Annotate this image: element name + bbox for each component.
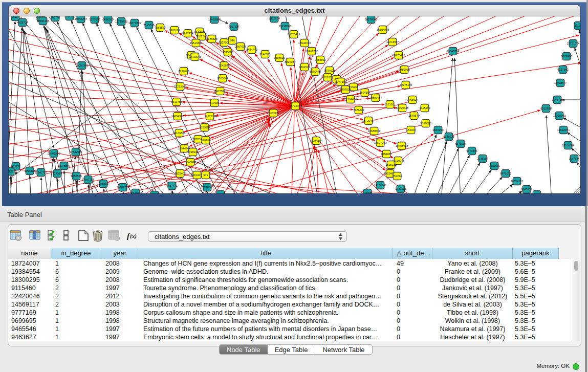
svg-text:17957255: 17957255 [82,178,94,181]
svg-text:13716485: 13716485 [201,186,213,189]
svg-text:29053346: 29053346 [76,64,88,67]
svg-text:2935114: 2935114 [477,157,488,160]
svg-text:417006: 417006 [210,101,219,104]
svg-text:15751074: 15751074 [567,42,579,45]
svg-text:10654112: 10654112 [511,180,523,183]
svg-text:12923448: 12923448 [129,191,142,193]
svg-text:16210643: 16210643 [553,114,565,117]
svg-text:9242845: 9242845 [219,64,229,67]
svg-text:9227342: 9227342 [557,68,568,71]
svg-text:22420046: 22420046 [189,55,201,58]
svg-text:1615132: 1615132 [385,163,396,166]
svg-text:10958107: 10958107 [97,182,110,185]
svg-text:18807249: 18807249 [374,141,386,144]
svg-text:9474444: 9474444 [466,149,477,152]
svg-text:19166825: 19166825 [173,132,185,135]
svg-text:9245652: 9245652 [521,188,532,191]
svg-text:10688609: 10688609 [368,129,380,133]
svg-text:19302973: 19302973 [267,112,279,115]
svg-text:9327546: 9327546 [196,35,207,38]
svg-text:9463627: 9463627 [407,98,418,101]
svg-text:10973493: 10973493 [393,54,405,57]
svg-text:16648784: 16648784 [447,50,459,53]
svg-text:12213369: 12213369 [174,85,186,88]
svg-text:12093877: 12093877 [554,81,567,84]
svg-text:15720407: 15720407 [362,119,375,122]
svg-text:16671355: 16671355 [128,21,141,25]
svg-text:1549579: 1549579 [408,114,419,117]
svg-text:7986322: 7986322 [353,108,364,112]
svg-text:1610755: 1610755 [171,100,182,103]
svg-text:1156829: 1156829 [24,169,35,172]
svg-text:1097763: 1097763 [64,16,75,18]
svg-text:6497508: 6497508 [340,88,351,91]
svg-text:12213967: 12213967 [386,40,399,43]
svg-text:6679197: 6679197 [455,142,466,145]
svg-text:391511: 391511 [9,170,15,173]
svg-text:1350515: 1350515 [71,174,81,178]
svg-text:11123: 11123 [575,24,580,27]
svg-text:8471676: 8471676 [500,172,511,175]
svg-text:979: 979 [203,173,208,177]
svg-text:20691406: 20691406 [37,19,49,23]
svg-text:62160: 62160 [386,103,394,106]
svg-text:13640910: 13640910 [298,41,311,45]
svg-text:7632621: 7632621 [489,164,499,167]
svg-text:184923: 184923 [406,128,416,132]
svg-text:14136141: 14136141 [374,184,386,187]
svg-text:9115460: 9115460 [419,106,430,110]
svg-text:10025438: 10025438 [396,106,408,110]
svg-text:16154808: 16154808 [377,28,389,31]
svg-text:18724007: 18724007 [289,104,301,107]
svg-text:19756928: 19756928 [396,144,408,147]
svg-text:114519: 114519 [53,172,62,175]
svg-text:9794028: 9794028 [324,69,335,72]
svg-text:8990448: 8990448 [310,70,320,73]
svg-text:9777169: 9777169 [335,80,346,83]
svg-text:1588520: 1588520 [274,56,285,59]
svg-text:10719155: 10719155 [115,20,127,23]
svg-text:326702: 326702 [201,139,210,142]
svg-text:12942737: 12942737 [35,171,47,174]
svg-text:9146821: 9146821 [259,53,270,56]
svg-text:19218506: 19218506 [279,25,291,28]
svg-text:17339934: 17339934 [70,150,82,154]
svg-text:21364436: 21364436 [344,98,357,101]
svg-text:1244415: 1244415 [552,98,562,101]
svg-text:5938923: 5938923 [443,135,454,138]
svg-text:13325419: 13325419 [288,33,300,36]
svg-text:1733426: 1733426 [395,187,406,190]
svg-text:1562615: 1562615 [299,65,310,69]
svg-text:171645: 171645 [363,191,372,193]
svg-text:10961758: 10961758 [306,50,318,53]
svg-text:546: 546 [230,39,234,42]
svg-text:16033809: 16033809 [208,18,221,21]
svg-text:4055724: 4055724 [17,21,28,24]
svg-text:7357224: 7357224 [228,25,239,28]
svg-text:924565: 924565 [532,193,541,193]
svg-text:9457771: 9457771 [166,184,177,187]
svg-text:10653267: 10653267 [75,17,87,20]
svg-text:1527602: 1527602 [89,18,100,21]
svg-text:8454749: 8454749 [246,48,257,51]
svg-text:8813054: 8813054 [269,17,279,20]
svg-text:1167534: 1167534 [569,157,579,160]
svg-text:1540994: 1540994 [185,161,195,164]
svg-text:8912954: 8912954 [182,32,193,35]
svg-text:12975115: 12975115 [400,83,412,86]
svg-text:7485063: 7485063 [399,68,409,71]
svg-text:16543382: 16543382 [190,41,202,45]
svg-text:2967608: 2967608 [235,45,246,48]
svg-text:9084067: 9084067 [381,152,391,156]
svg-text:2718126: 2718126 [178,70,189,73]
svg-text:252214: 252214 [393,174,402,178]
svg-text:17016504: 17016504 [562,144,574,147]
svg-text:8186323: 8186323 [206,37,217,40]
svg-text:9327508: 9327508 [219,41,229,44]
svg-text:(x): (x) [130,233,137,239]
svg-text:20206576: 20206576 [48,152,60,155]
svg-text:10807487: 10807487 [369,96,382,99]
svg-text:3624554: 3624554 [359,91,370,94]
svg-text:924501: 924501 [216,193,225,193]
svg-text:3875685: 3875685 [222,51,233,54]
